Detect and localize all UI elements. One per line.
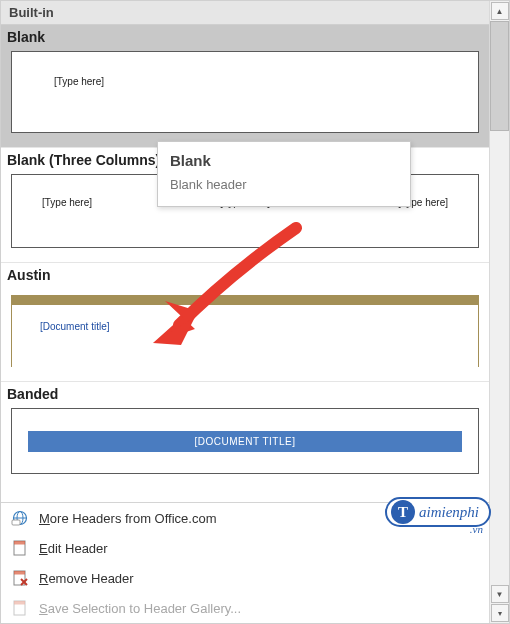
menu-footer: More Headers from Office.com Edit Header…	[1, 502, 489, 623]
svg-rect-7	[14, 571, 25, 575]
vertical-scrollbar[interactable]: ▲ ▼ ▾	[489, 1, 509, 623]
gallery-item-blank[interactable]: Blank [Type here]	[1, 25, 489, 148]
menu-label: Remove Header	[39, 571, 134, 586]
gallery-item-title: Blank	[1, 25, 489, 47]
preview-banded: [DOCUMENT TITLE]	[11, 408, 479, 474]
scroll-down-button[interactable]: ▼	[491, 585, 509, 603]
page-remove-icon	[11, 569, 29, 587]
gallery-item-austin[interactable]: Austin [Document title]	[1, 263, 489, 382]
tooltip: Blank Blank header	[157, 141, 411, 207]
globe-icon	[11, 509, 29, 527]
svg-rect-5	[14, 541, 25, 545]
menu-save-selection: Save Selection to Header Gallery...	[1, 593, 489, 623]
page-icon	[11, 539, 29, 557]
preview-austin: [Document title]	[11, 295, 479, 367]
scroll-options-button[interactable]: ▾	[491, 604, 509, 622]
menu-label: More Headers from Office.com	[39, 511, 217, 526]
scroll-thumb[interactable]	[490, 21, 509, 131]
placeholder-text: [DOCUMENT TITLE]	[28, 431, 462, 452]
gallery-item-title: Banded	[1, 382, 489, 404]
menu-label: Edit Header	[39, 541, 108, 556]
header-gallery: Built-in Blank [Type here] Blank (Three …	[1, 1, 489, 502]
preview-blank: [Type here]	[11, 51, 479, 133]
tooltip-title: Blank	[170, 152, 398, 169]
placeholder-text: [Type here]	[54, 76, 104, 87]
placeholder-text: [Type here]	[42, 197, 92, 247]
menu-remove-header[interactable]: Remove Header	[1, 563, 489, 593]
menu-more-headers[interactable]: More Headers from Office.com	[1, 503, 489, 533]
group-header-builtin: Built-in	[1, 1, 489, 25]
tooltip-description: Blank header	[170, 177, 398, 192]
menu-edit-header[interactable]: Edit Header	[1, 533, 489, 563]
gallery-item-banded[interactable]: Banded [DOCUMENT TITLE]	[1, 382, 489, 478]
placeholder-text: [Document title]	[40, 321, 109, 332]
svg-rect-3	[12, 520, 20, 525]
gallery-item-title: Austin	[1, 263, 489, 285]
menu-label: Save Selection to Header Gallery...	[39, 601, 241, 616]
scroll-up-button[interactable]: ▲	[491, 2, 509, 20]
svg-rect-11	[14, 601, 25, 605]
page-save-icon	[11, 599, 29, 617]
scroll-track[interactable]	[490, 21, 509, 584]
